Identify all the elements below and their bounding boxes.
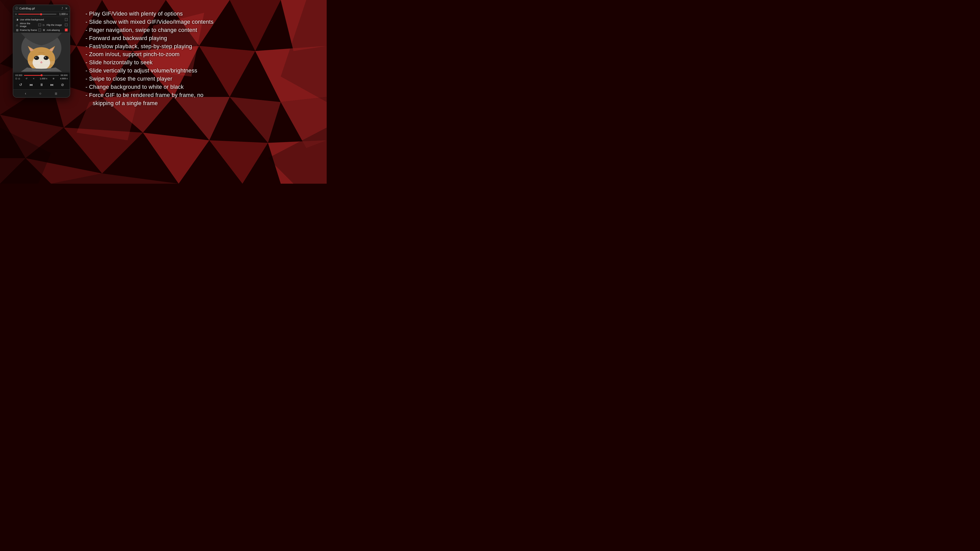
bottom-controls: 03:300 06:600 ⊡ ◎ ↺ ≡ 1.000 bbox=[13, 73, 70, 89]
rotate-button[interactable]: ⊘ bbox=[59, 82, 65, 88]
filename-label: CatInBag.gif bbox=[19, 7, 35, 10]
cat-image bbox=[13, 33, 70, 72]
speed-display: 1.000 x bbox=[40, 77, 48, 80]
progress-thumb bbox=[41, 74, 43, 76]
pause-button[interactable]: ⏸ bbox=[38, 82, 45, 88]
flip-option: ▷ Flip the image bbox=[42, 21, 68, 28]
frame-icon: ▥ bbox=[15, 29, 19, 32]
svg-point-42 bbox=[35, 56, 38, 59]
recents-button[interactable]: ⫼ bbox=[54, 91, 58, 95]
mirror-checkbox[interactable] bbox=[38, 24, 41, 26]
mirror-label: Mirror the image bbox=[20, 22, 37, 27]
mirror-icon: △ bbox=[15, 24, 19, 26]
speed-slider-fill bbox=[18, 14, 41, 14]
svg-point-43 bbox=[35, 57, 36, 58]
feature-10: - Change background to white or black bbox=[86, 83, 321, 91]
topbar-left: ⓘ CatInBag.gif bbox=[15, 6, 35, 10]
home-button[interactable]: ○ bbox=[39, 91, 41, 95]
camera-icon: ◎ bbox=[18, 77, 20, 80]
antialias-checkbox[interactable] bbox=[65, 29, 68, 32]
white-bg-label: Use white background bbox=[20, 18, 64, 21]
white-bg-icon: ◑ bbox=[15, 18, 19, 21]
features-panel: - Play GIF/Video with plenty of options … bbox=[78, 5, 321, 113]
antialias-icon: ⊞ bbox=[42, 29, 46, 32]
loop-icon-wrap: ↺ bbox=[25, 77, 27, 80]
speed-icon: ≡ bbox=[15, 13, 17, 16]
white-bg-option: ◑ Use white background bbox=[15, 17, 68, 21]
speed-slider-thumb bbox=[40, 13, 42, 15]
skip-forward-button[interactable]: ⏭ bbox=[49, 82, 55, 88]
zoom-display: 4.909 x bbox=[60, 77, 68, 80]
speed-bars-icon: ≡ bbox=[33, 77, 34, 80]
back-button[interactable]: ‹ bbox=[25, 91, 26, 95]
antialias-label: Anti-aliasing bbox=[47, 29, 64, 32]
speed-icon-wrap: ≡ bbox=[33, 77, 34, 80]
main-controls-row: ↺ ⏮ ⏸ ⏭ ⊘ bbox=[15, 81, 68, 89]
feature-8: - Slide vertically to adjust volume/brig… bbox=[86, 67, 321, 75]
close-icon[interactable]: ✕ bbox=[65, 6, 68, 10]
screenshot-controls: ⊡ ◎ bbox=[15, 77, 20, 80]
feature-4: - Forward and backward playing bbox=[86, 34, 321, 42]
feature-1: - Play GIF/Video with plenty of options bbox=[86, 10, 321, 18]
phone-mockup: ⓘ CatInBag.gif ⤴ ✕ ≡ 1.000 x ◑ Use white… bbox=[13, 5, 70, 98]
mirror-option: △ Mirror the image bbox=[15, 21, 41, 28]
white-bg-checkbox[interactable] bbox=[65, 18, 68, 21]
feature-11: - Force GIF to be rendered frame by fram… bbox=[86, 91, 321, 99]
total-time: 06:600 bbox=[60, 74, 68, 76]
history-button[interactable]: ↺ bbox=[18, 82, 24, 88]
flip-icon: ▷ bbox=[42, 24, 46, 26]
zoom-in-icon: ⊕ bbox=[52, 77, 55, 80]
speed-slider[interactable] bbox=[18, 14, 56, 14]
time-row: 03:300 06:600 bbox=[15, 74, 68, 76]
options-area: ◑ Use white background △ Mirror the imag… bbox=[13, 17, 70, 33]
flip-checkbox[interactable] bbox=[65, 24, 68, 26]
current-time: 03:300 bbox=[15, 74, 22, 76]
feature-7: - Slide horizontally to seek bbox=[86, 59, 321, 67]
feature-6: - Zoom in/out, support pinch-to-zoom bbox=[86, 50, 321, 59]
feature-12: skipping of a single frame bbox=[86, 99, 321, 107]
svg-point-46 bbox=[45, 57, 46, 58]
screenshot-icon: ⊡ bbox=[15, 77, 18, 80]
skip-back-button[interactable]: ⏮ bbox=[28, 82, 34, 88]
speed-row: ≡ 1.000 x bbox=[13, 12, 70, 17]
progress-bar[interactable] bbox=[24, 75, 59, 76]
android-nav-bar: ‹ ○ ⫼ bbox=[13, 89, 70, 97]
frame-label: Frame by frame bbox=[20, 29, 37, 32]
flip-label: Flip the image bbox=[47, 24, 64, 26]
frame-checkbox[interactable] bbox=[38, 29, 41, 32]
frame-antialias-row: ▥ Frame by frame ⊞ Anti-aliasing bbox=[15, 28, 68, 32]
speed-value: 1.000 x bbox=[58, 13, 68, 16]
feature-3: - Pager navigation, swipe to change cont… bbox=[86, 26, 321, 34]
controls-info-row: ⊡ ◎ ↺ ≡ 1.000 x ⊕ 4.909 x bbox=[15, 77, 68, 80]
video-area bbox=[13, 33, 70, 73]
feature-5: - Fast/slow playback, step-by-step playi… bbox=[86, 42, 321, 51]
frame-option: ▥ Frame by frame bbox=[15, 28, 41, 32]
antialias-option: ⊞ Anti-aliasing bbox=[42, 28, 68, 32]
svg-point-45 bbox=[45, 56, 47, 59]
feature-2: - Slide show with mixed GIF/Video/Image … bbox=[86, 18, 321, 26]
progress-fill bbox=[24, 75, 41, 76]
info-icon: ⓘ bbox=[15, 6, 18, 10]
feature-9: - Swipe to close the current player bbox=[86, 75, 321, 83]
share-icon[interactable]: ⤴ bbox=[62, 6, 63, 10]
loop-icon: ↺ bbox=[25, 77, 27, 80]
phone-topbar: ⓘ CatInBag.gif ⤴ ✕ bbox=[13, 5, 70, 12]
zoom-icon-wrap: ⊕ bbox=[52, 77, 55, 80]
topbar-right: ⤴ ✕ bbox=[62, 6, 68, 10]
mirror-flip-row: △ Mirror the image ▷ Flip the image bbox=[15, 21, 68, 28]
